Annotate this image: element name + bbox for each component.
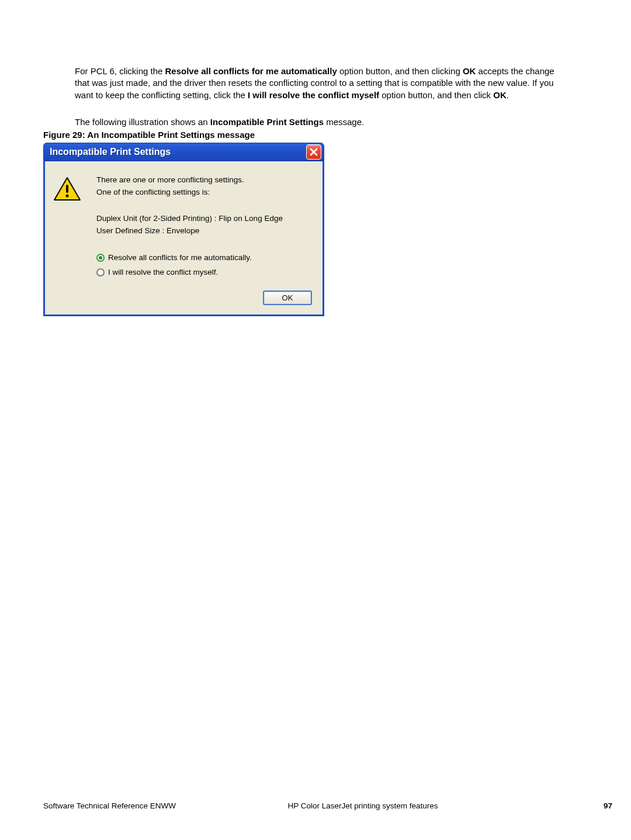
p1-b3: I will resolve the conflict myself (248, 90, 379, 100)
dialog-title: Incompatible Print Settings (50, 147, 171, 157)
radio-selected-icon (96, 254, 105, 262)
dialog-window: Incompatible Print Settings There are on… (43, 143, 324, 316)
figure-caption: Figure 29: An Incompatible Print Setting… (43, 130, 255, 140)
p1-mid3: option button, and then click (379, 90, 493, 100)
ok-button[interactable]: OK (263, 291, 312, 305)
dialog-msg-2: One of the conflicting settings is: (96, 186, 312, 199)
p1-b1: Resolve all conflicts for me automatical… (165, 66, 337, 76)
warning-icon (53, 177, 81, 201)
p1-b4: OK (493, 90, 507, 100)
p2-pre: The following illustration shows an (75, 117, 210, 127)
radio-resolve-myself-label: I will resolve the conflict myself. (108, 265, 218, 280)
radio-resolve-auto[interactable]: Resolve all conflicts for me automatical… (96, 250, 312, 265)
svg-rect-1 (66, 185, 68, 193)
close-icon (310, 148, 318, 156)
p1-post: . (507, 90, 509, 100)
svg-point-2 (66, 195, 69, 198)
p1-b2: OK (463, 66, 476, 76)
p2-post: message. (324, 117, 364, 127)
p2-b: Incompatible Print Settings (210, 117, 324, 127)
dialog-msg-1: There are one or more conflicting settin… (96, 174, 312, 186)
close-button[interactable] (306, 144, 321, 160)
body-paragraph-1: For PCL 6, clicking the Resolve all conf… (75, 65, 560, 101)
dialog-detail-2: User Defined Size : Envelope (96, 225, 312, 237)
radio-unselected-icon (96, 268, 105, 276)
body-paragraph-2: The following illustration shows an Inco… (75, 116, 560, 128)
radio-resolve-auto-label: Resolve all conflicts for me automatical… (108, 250, 252, 265)
footer-center: HP Color LaserJet printing system featur… (43, 801, 612, 810)
dialog-titlebar[interactable]: Incompatible Print Settings (43, 143, 324, 161)
page-footer: Software Technical Reference ENWW HP Col… (43, 801, 612, 811)
dialog-detail-1: Duplex Unit (for 2-Sided Printing) : Fli… (96, 213, 312, 225)
p1-mid1: option button, and then clicking (337, 66, 463, 76)
radio-resolve-myself[interactable]: I will resolve the conflict myself. (96, 265, 312, 280)
p1-pre1: For PCL 6, clicking the (75, 66, 165, 76)
dialog-body: There are one or more conflicting settin… (43, 161, 324, 316)
footer-page-number: 97 (604, 801, 612, 810)
